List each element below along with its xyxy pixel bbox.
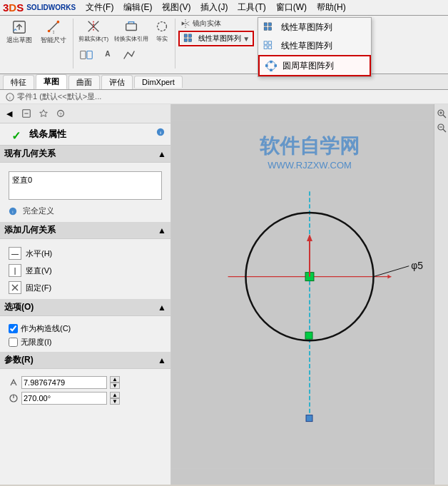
- svg-rect-12: [87, 51, 92, 59]
- smart-dim-button[interactable]: ↕ 智能尺寸: [37, 17, 70, 47]
- options-header[interactable]: 选项(O) ▲: [0, 299, 170, 316]
- svg-text:A: A: [105, 50, 111, 58]
- svg-rect-28: [270, 61, 273, 64]
- trim-label: 剪裁实体(T): [78, 35, 108, 43]
- menu-insert[interactable]: 插入(J): [196, 0, 232, 15]
- tab-surface[interactable]: 曲面: [68, 75, 100, 89]
- tab-features[interactable]: 特征: [3, 75, 34, 89]
- param1-up[interactable]: ▲: [110, 376, 120, 383]
- panel-info-icon: i: [156, 128, 165, 138]
- params-header[interactable]: 参数(R) ▲: [0, 352, 170, 369]
- breadcrumb: i 零件1 (默认<<默认>显...: [0, 90, 448, 104]
- svg-rect-16: [188, 34, 191, 37]
- vertical-icon: |: [9, 264, 21, 277]
- equal-button[interactable]: 等实: [152, 17, 172, 44]
- relation-vertical[interactable]: | 竖直(V): [6, 262, 165, 279]
- trim-button[interactable]: 剪裁实体(T): [76, 17, 111, 44]
- dropdown-arrow[interactable]: ▼: [243, 35, 250, 43]
- convert-button[interactable]: 转换实体引用: [112, 17, 151, 44]
- solidworks-logo-icon: 3DS: [3, 1, 24, 14]
- param2-up[interactable]: ▲: [110, 392, 120, 398]
- svg-rect-31: [270, 69, 273, 71]
- tab-sketch[interactable]: 草图: [36, 74, 67, 89]
- svg-rect-18: [188, 39, 191, 41]
- svg-text:↕: ↕: [52, 29, 55, 35]
- menu-bar: 文件(F) 编辑(E) 视图(V) 插入(J) 工具(T) 窗口(W) 帮助(H…: [81, 0, 350, 15]
- bottom-point: [306, 415, 312, 422]
- green-check[interactable]: ✓: [6, 128, 26, 144]
- svg-rect-17: [184, 39, 187, 41]
- svg-rect-19: [264, 23, 267, 26]
- toolbar: 退出草图 ↕ 智能尺寸 剪裁实体(T): [0, 16, 448, 74]
- menu-help[interactable]: 帮助(H): [312, 0, 350, 15]
- panel-icon2[interactable]: [36, 106, 51, 121]
- info-circle-icon: i: [9, 207, 17, 216]
- menu-edit[interactable]: 编辑(E): [119, 0, 156, 15]
- tb-icon2[interactable]: A: [98, 46, 118, 64]
- param1-down[interactable]: ▼: [110, 383, 120, 389]
- existing-relations-header[interactable]: 现有几何关系 ▲: [0, 146, 170, 163]
- drawing-canvas: φ5: [171, 104, 448, 485]
- add-relations-header[interactable]: 添加几何关系 ▲: [0, 222, 170, 239]
- infinite-length-checkbox[interactable]: [9, 338, 18, 347]
- infinite-length-label: 无限度(I): [21, 337, 51, 348]
- add-relations-section: — 水平(H) | 竖直(V) 固定(F): [0, 242, 170, 299]
- construction-line-checkbox[interactable]: [9, 324, 18, 333]
- svg-rect-22: [268, 27, 271, 30]
- top-bar: 3DS SOLIDWORKS 文件(F) 编辑(E) 视图(V) 插入(J) 工…: [0, 0, 448, 16]
- param1-row: ▲ ▼: [6, 375, 165, 390]
- infinite-length-row: 无限度(I): [6, 335, 165, 349]
- menu-file[interactable]: 文件(F): [81, 0, 118, 15]
- panel-icon3[interactable]: ?: [53, 106, 68, 121]
- mirror-label: 镜向实体: [193, 19, 221, 29]
- menu-view[interactable]: 视图(V): [158, 0, 195, 15]
- panel-icon1[interactable]: [19, 106, 34, 121]
- svg-rect-23: [264, 41, 267, 44]
- construction-line-label: 作为构造线(C): [21, 323, 71, 334]
- panel-toolbar: ◀ ?: [0, 104, 170, 123]
- svg-text:i: i: [12, 209, 13, 213]
- tab-evaluate[interactable]: 评估: [101, 75, 133, 89]
- existing-relations-collapse[interactable]: ▲: [158, 149, 166, 159]
- panel-back-btn[interactable]: ◀: [1, 106, 17, 121]
- exit-sketch-button[interactable]: 退出草图: [3, 17, 36, 47]
- linear-array-option2[interactable]: 线性草图阵列: [258, 36, 371, 55]
- circular-array-label: 圆周草图阵列: [282, 60, 334, 72]
- canvas-area[interactable]: 软件自学网 WWW.RJZXW.COM: [171, 104, 448, 485]
- fixed-icon: [9, 281, 21, 294]
- svg-rect-9: [126, 24, 137, 30]
- equal-label: 等实: [156, 35, 168, 43]
- relation-horizontal[interactable]: — 水平(H): [6, 245, 165, 262]
- params-collapse[interactable]: ▲: [158, 355, 166, 365]
- linear-array-label: 线性草图阵列: [198, 34, 241, 44]
- svg-line-54: [443, 129, 446, 132]
- svg-rect-21: [264, 27, 267, 30]
- tb-icon3[interactable]: [119, 46, 139, 64]
- param2-down[interactable]: ▼: [110, 398, 120, 405]
- add-relations-title: 添加几何关系: [4, 224, 56, 236]
- svg-line-50: [443, 115, 446, 118]
- svg-rect-11: [81, 51, 86, 59]
- tb-icon1[interactable]: [76, 46, 96, 64]
- linear-array-icon1: [263, 20, 277, 34]
- linear-array-option1[interactable]: 线性草图阵列: [258, 18, 371, 36]
- param2-input[interactable]: [21, 392, 107, 405]
- options-collapse[interactable]: ▲: [158, 303, 166, 313]
- relation-fixed[interactable]: 固定(F): [6, 279, 165, 296]
- zoom-out-icon[interactable]: [435, 121, 448, 134]
- linear-array-dropdown-btn[interactable]: 线性草图阵列 ▼: [180, 33, 252, 44]
- vertical-label: 竖直(V): [26, 265, 52, 276]
- zoom-in-icon[interactable]: [435, 107, 448, 120]
- tab-dimxpert[interactable]: DimXpert: [134, 76, 183, 88]
- menu-window[interactable]: 窗口(W): [272, 0, 311, 15]
- circular-array-option[interactable]: 圆周草图阵列: [258, 55, 371, 76]
- breadcrumb-text: 零件1 (默认<<默认>显...: [17, 91, 101, 102]
- svg-rect-25: [264, 46, 267, 49]
- param1-spinner: ▲ ▼: [110, 376, 120, 389]
- param2-spinner: ▲ ▼: [110, 392, 120, 405]
- right-panel-icons: [434, 104, 448, 485]
- convert-label: 转换实体引用: [114, 35, 148, 43]
- add-relations-collapse[interactable]: ▲: [158, 226, 166, 236]
- param1-input[interactable]: [21, 376, 107, 389]
- menu-tools[interactable]: 工具(T): [233, 0, 270, 15]
